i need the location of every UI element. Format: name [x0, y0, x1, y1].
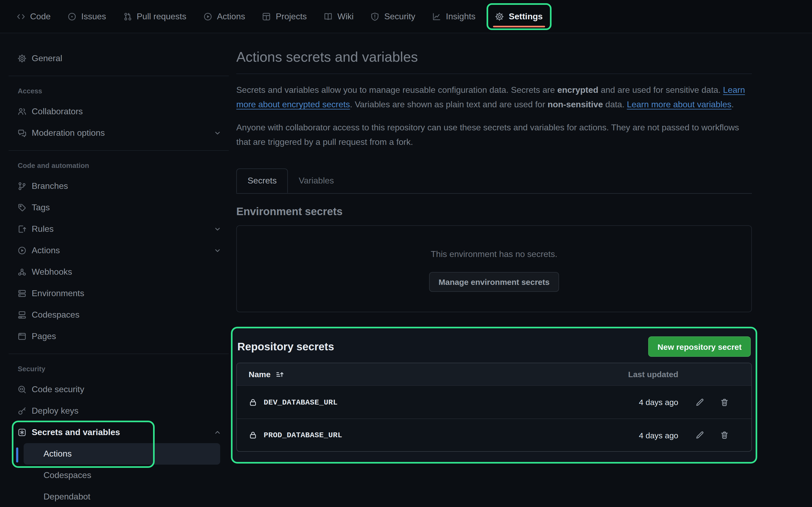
- trash-icon: [720, 398, 729, 406]
- main-panel: Actions secrets and variables Secrets an…: [236, 33, 812, 507]
- server-icon: [18, 289, 26, 298]
- new-repository-secret-button[interactable]: New repository secret: [649, 336, 751, 357]
- comment-discussion-icon: [18, 129, 26, 137]
- last-updated-column-header: Last updated: [592, 370, 678, 379]
- nav-tab-security[interactable]: Security: [364, 3, 422, 29]
- repo-nav-tabs: Code Issues Pull requests Actions: [10, 3, 551, 30]
- nav-tab-settings[interactable]: Settings: [489, 5, 550, 28]
- nav-tab-insights[interactable]: Insights: [425, 3, 483, 29]
- intro-bold: encrypted: [557, 85, 598, 95]
- graph-icon: [433, 12, 441, 21]
- nav-tab-code[interactable]: Code: [10, 3, 58, 29]
- nav-tab-label: Code: [30, 11, 51, 21]
- annotation-repository-secrets-highlight: Repository secrets New repository secret…: [231, 327, 757, 463]
- divider: [9, 76, 229, 76]
- sidebar-item-label: Actions: [44, 449, 72, 459]
- link-learn-variables[interactable]: Learn more about variables: [627, 100, 731, 109]
- sidebar-item-general[interactable]: General: [9, 48, 229, 69]
- sidebar-item-rules[interactable]: Rules: [9, 218, 229, 240]
- project-icon: [262, 12, 271, 21]
- nav-tab-label: Actions: [217, 11, 245, 21]
- secrets-variables-tabs: Secrets Variables: [236, 168, 752, 194]
- page-title: Actions secrets and variables: [236, 49, 752, 74]
- rules-icon: [18, 225, 26, 233]
- divider: [9, 353, 229, 354]
- git-branch-icon: [18, 182, 26, 190]
- environment-secrets-empty-message: This environment has no secrets.: [431, 249, 557, 259]
- sidebar-item-label: Rules: [32, 224, 54, 234]
- sidebar-item-branches[interactable]: Branches: [9, 175, 229, 197]
- sidebar-item-codespaces[interactable]: Codespaces: [9, 304, 229, 326]
- sidebar-item-moderation-options[interactable]: Moderation options: [9, 122, 229, 144]
- intro-paragraph-2: Anyone with collaborator access to this …: [236, 120, 752, 149]
- sidebar-item-pages[interactable]: Pages: [9, 326, 229, 347]
- settings-sidebar: General Access Collaborators Moderation …: [0, 33, 236, 507]
- sidebar-subitem-dependabot[interactable]: Dependabot: [23, 486, 220, 507]
- sidebar-item-label: General: [32, 54, 62, 63]
- delete-secret-button[interactable]: [720, 431, 729, 439]
- gear-icon: [495, 12, 504, 21]
- book-icon: [324, 12, 333, 21]
- table-header-row: Name Last updated: [237, 363, 751, 386]
- sort-by-name-control[interactable]: Name: [249, 370, 284, 379]
- sidebar-item-environments[interactable]: Environments: [9, 283, 229, 304]
- chevron-down-icon: [214, 129, 221, 137]
- secret-name: DEV_DATABASE_URL: [264, 398, 338, 406]
- edit-secret-button[interactable]: [696, 431, 704, 439]
- sidebar-item-secrets-and-variables[interactable]: Secrets and variables: [9, 422, 229, 443]
- codespaces-icon: [18, 311, 26, 319]
- delete-secret-button[interactable]: [720, 398, 729, 406]
- codescan-icon: [18, 385, 26, 394]
- webhook-icon: [18, 268, 26, 276]
- tag-icon: [18, 203, 26, 212]
- tab-variables[interactable]: Variables: [288, 168, 345, 193]
- nav-tab-label: Settings: [509, 11, 543, 21]
- browser-icon: [18, 332, 26, 341]
- sidebar-item-deploy-keys[interactable]: Deploy keys: [9, 400, 229, 422]
- nav-tab-pull-requests[interactable]: Pull requests: [116, 3, 193, 29]
- sidebar-section-code-and-automation: Code and automation: [9, 157, 229, 173]
- nav-tab-label: Projects: [276, 11, 307, 21]
- sidebar-item-label: Secrets and variables: [32, 428, 120, 437]
- sidebar-item-tags[interactable]: Tags: [9, 197, 229, 218]
- trash-icon: [720, 431, 729, 439]
- sidebar-item-actions[interactable]: Actions: [9, 240, 229, 261]
- content: General Access Collaborators Moderation …: [0, 33, 812, 507]
- issue-opened-icon: [68, 12, 77, 21]
- nav-tab-label: Security: [384, 11, 415, 21]
- edit-secret-button[interactable]: [696, 398, 704, 406]
- sidebar-subitem-codespaces[interactable]: Codespaces: [23, 465, 220, 486]
- sidebar-subitem-actions[interactable]: Actions: [23, 443, 220, 465]
- nav-tab-wiki[interactable]: Wiki: [317, 3, 361, 29]
- shield-icon: [371, 12, 379, 21]
- intro-paragraph: Secrets and variables allow you to manag…: [236, 82, 752, 112]
- nav-tab-actions[interactable]: Actions: [197, 3, 252, 29]
- chevron-up-icon: [214, 429, 221, 436]
- selected-item-accent-bar: [16, 447, 18, 462]
- gear-icon: [18, 54, 26, 63]
- nav-tab-projects[interactable]: Projects: [255, 3, 314, 29]
- tab-secrets[interactable]: Secrets: [236, 168, 288, 193]
- secret-icon: [18, 428, 26, 437]
- sidebar-section-access: Access: [9, 82, 229, 99]
- secret-last-updated: 4 days ago: [592, 431, 678, 440]
- secret-last-updated: 4 days ago: [592, 398, 678, 407]
- secret-row-prod-database-url: PROD_DATABASE_URL 4 days ago: [237, 418, 751, 451]
- intro-text: Secrets and variables allow you to manag…: [236, 85, 557, 95]
- code-icon: [17, 12, 25, 21]
- sidebar-item-webhooks[interactable]: Webhooks: [9, 261, 229, 283]
- sidebar-item-code-security[interactable]: Code security: [9, 379, 229, 400]
- nav-tab-issues[interactable]: Issues: [61, 3, 113, 29]
- secret-name: PROD_DATABASE_URL: [264, 431, 342, 439]
- intro-bold: non-sensitive: [548, 100, 603, 109]
- git-pull-request-icon: [123, 12, 132, 21]
- environment-secrets-heading: Environment secrets: [236, 206, 752, 218]
- nav-tab-label: Wiki: [338, 11, 354, 21]
- sidebar-item-collaborators[interactable]: Collaborators: [9, 101, 229, 122]
- chevron-down-icon: [214, 247, 221, 254]
- repo-settings-page: Code Issues Pull requests Actions: [0, 0, 812, 507]
- environment-secrets-box: This environment has no secrets. Manage …: [236, 225, 752, 312]
- manage-environment-secrets-button[interactable]: Manage environment secrets: [429, 272, 559, 292]
- nav-tab-label: Pull requests: [137, 11, 186, 21]
- name-column-header: Name: [249, 370, 271, 379]
